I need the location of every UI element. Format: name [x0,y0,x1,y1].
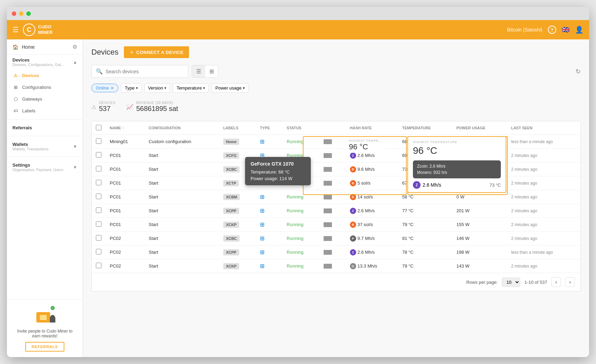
refresh-button[interactable]: ↻ [576,68,581,75]
sidebar-item-configurations[interactable]: ⊞ Configurations [7,81,83,93]
row-label: XCPP [219,204,256,218]
windows-icon: ⊞ [260,139,264,144]
coin-icon: G [350,263,356,269]
col-status[interactable]: Status [282,121,319,135]
row-name: Mining01 [106,135,145,149]
filter-version[interactable]: Version ▾ [144,83,170,93]
prev-page-button[interactable]: ‹ [551,277,561,287]
sidebar-item-devices[interactable]: ⚠ Devices [7,69,83,81]
devices-table: Name ↑ Configuration Labels Type Status … [91,121,581,291]
row-checkbox[interactable] [96,180,101,185]
row-status: Running [282,190,319,204]
row-status: Running [282,204,319,218]
connect-device-button[interactable]: ＋ CONNECT A DEVICE [124,46,189,58]
row-temp: 81 °C [398,232,452,245]
stat-devices-value: 537 [99,105,115,113]
row-type: ⊞ [256,135,282,149]
plus-icon: ＋ [129,49,134,55]
col-power[interactable]: Power usage [452,121,507,135]
wallets-collapse-icon[interactable]: ▼ [73,144,77,149]
windows-icon: ⊞ [260,249,264,255]
filter-temperature[interactable]: Temperature ▾ [173,83,209,93]
maximize-dot[interactable] [26,11,31,16]
row-hashrate: B 5 sol/s [346,176,398,190]
settings-collapse-icon[interactable]: ▼ [73,165,77,170]
row-bars [319,232,346,245]
inner-tooltip: Zcoin: 2.6 Mh/s Monero: 932 h/s [413,160,501,178]
grid-view-button[interactable]: ⊞ [205,65,218,77]
referrals-label: Referrals [12,125,32,130]
table-row[interactable]: PC01 Start XCPP ⊞ Running Z 2.6 Mh/s 77 … [92,204,580,218]
table-row[interactable]: PC02 Start XCPP ⊞ Running Z 2.6 Mh/s 78 … [92,245,580,259]
table-row[interactable]: PC01 Start XCKP ⊞ Running B 37 sol/s 79 … [92,218,580,232]
stat-revenue: 📈 REVENUE (30 DAYS) 56861895 sat [126,101,178,113]
col-name[interactable]: Name ↑ [106,121,145,135]
help-icon[interactable]: ? [548,26,556,34]
power-chevron-icon: ▾ [243,86,245,90]
row-name: PC01 [106,149,145,162]
ht-right-value: 96 °C [413,145,501,156]
row-name: PC01 [106,218,145,232]
row-bars [319,135,346,149]
row-checkbox[interactable] [96,263,101,268]
sidebar-devices-header: Devices Devices, Configurations, Gat... … [7,55,83,69]
devices-label: Devices [22,73,39,78]
row-type: ⊞ [256,190,282,204]
col-hashrate[interactable]: Hash rate [346,121,398,135]
close-dot[interactable] [12,11,16,16]
hamburger-icon[interactable]: ☰ [12,26,19,34]
table-row[interactable]: PC01 Start XCBC ⊞ Running B 9.6 Mh/s 73 … [92,162,580,176]
table-row[interactable]: PC01 Start XCFG ⊞ Running Z 2.6 Mh/s 69 … [92,149,580,162]
sidebar-item-labels[interactable]: 🏷 Labels [7,105,83,116]
row-checkbox[interactable] [96,166,101,171]
col-type[interactable]: Type [256,121,282,135]
sidebar-item-gateways[interactable]: ⬡ Gateways [7,93,83,105]
filter-online[interactable]: Online ✕ [91,84,118,92]
row-checkbox[interactable] [96,235,101,241]
col-lastseen[interactable]: Last seen [507,121,580,135]
next-page-button[interactable]: › [565,277,575,287]
sidebar-item-home[interactable]: 🏠 Home ⚙ [7,39,83,55]
col-config[interactable]: Configuration [145,121,219,135]
user-icon[interactable]: 👤 [575,26,584,34]
sidebar-settings-title: Settings [12,162,63,168]
col-labels[interactable]: Labels [219,121,256,135]
settings-icon-button[interactable]: ⚙ [72,44,77,50]
row-checkbox[interactable] [96,207,101,213]
table-row[interactable]: PC02 Start XCKP ⊞ Running G 13.3 Mh/s 79… [92,259,580,273]
table-header-row: Name ↑ Configuration Labels Type Status … [92,121,580,135]
row-checkbox[interactable] [96,194,101,199]
table-row[interactable]: Mining01 Custom configuration Home ⊞ Run… [92,135,580,149]
logo: C CUDOMINER [23,24,53,36]
select-all-checkbox[interactable] [96,125,101,130]
sidebar-item-referrals[interactable]: Referrals [7,122,83,133]
row-status: Running [282,232,319,245]
filter-online-close[interactable]: ✕ [110,86,114,91]
search-input[interactable] [106,69,184,74]
minimize-dot[interactable] [19,11,24,16]
temp-chevron-icon: ▾ [203,86,205,90]
col-temp[interactable]: Temperature [398,121,452,135]
row-lastseen: 2 minutes ago [507,149,580,162]
row-checkbox[interactable] [96,249,101,254]
row-checkbox[interactable] [96,138,101,144]
referral-button[interactable]: REFERRALS [25,342,64,352]
flag-icon[interactable]: 🇬🇧 [562,26,569,34]
row-label: XCBC [219,232,256,245]
row-checkbox[interactable] [96,152,101,158]
table-row[interactable]: PC02 Start XCBC ⊞ Running P 9.7 Mh/s 81 … [92,232,580,245]
row-status: Running [282,218,319,232]
filter-type[interactable]: Type ▾ [121,83,142,93]
tooltip-left-card: GeForce GTX 1070 Temperature: 68 °C Powe… [245,157,311,185]
filter-power[interactable]: Power usage ▾ [211,83,249,93]
configurations-label: Configurations [22,85,51,90]
collapse-icon[interactable]: ▲ [73,60,77,65]
table-row[interactable]: PC01 Start XCTP ⊞ Running B 5 sol/s 67 °… [92,176,580,190]
list-view-button[interactable]: ☰ [192,65,205,77]
table-row[interactable]: PC01 Start XCBM ⊞ Running B 14 sol/s 58 … [92,190,580,204]
row-checkbox[interactable] [96,221,101,227]
row-lastseen: 2 minutes ago [507,190,580,204]
row-name: PC01 [106,204,145,218]
search-box[interactable]: 🔍 [91,65,188,78]
rows-per-page-select[interactable]: 10 25 50 [502,278,520,287]
